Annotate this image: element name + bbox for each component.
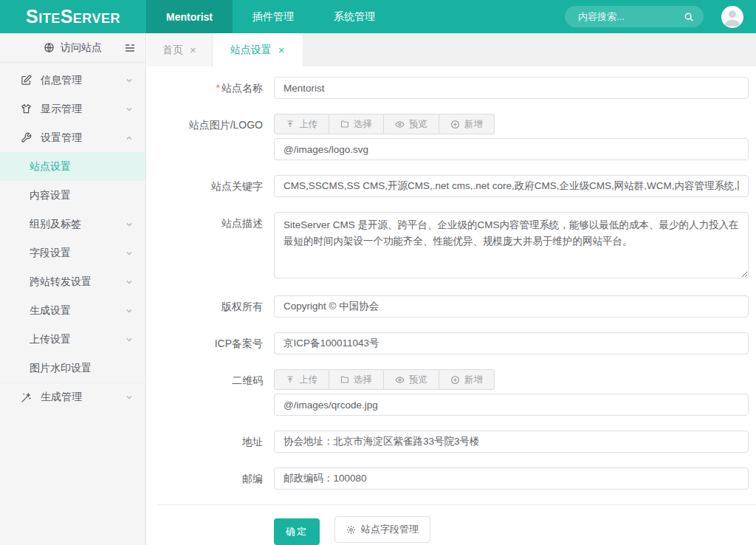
chevron-down-icon <box>125 278 134 287</box>
plus-circle-icon <box>450 375 460 385</box>
visit-site-button[interactable]: 访问站点 <box>0 33 145 63</box>
sidebar-item-label: 信息管理 <box>41 74 82 87</box>
upload-button[interactable]: 上传 <box>274 114 329 134</box>
sidebar-item-label: 站点设置 <box>30 160 71 174</box>
select-button[interactable]: 选择 <box>329 114 384 134</box>
chevron-down-icon <box>125 306 134 315</box>
chevron-down-icon <box>125 105 134 114</box>
gear-icon <box>346 525 356 535</box>
sidebar-item-label: 设置管理 <box>41 131 82 145</box>
address-input[interactable] <box>274 431 749 453</box>
close-icon[interactable]: × <box>190 44 196 55</box>
folder-icon <box>340 120 349 128</box>
description-textarea[interactable]: SiteServer CMS 是开源、跨平台、企业级的CMS内容管理系统，能够以… <box>274 212 749 278</box>
tab-label: 站点设置 <box>230 44 272 57</box>
chevron-down-icon <box>125 335 134 344</box>
site-fields-manage-button[interactable]: 站点字段管理 <box>334 516 430 543</box>
folder-icon <box>340 375 349 384</box>
sidebar-item-display-mgmt[interactable]: 显示管理 <box>0 95 145 123</box>
preview-button[interactable]: 预览 <box>384 114 439 134</box>
zipcode-label: 邮编 <box>147 467 274 490</box>
qrcode-upload-button-group: 上传 选择 预览 新增 <box>274 369 495 390</box>
icp-input[interactable] <box>274 332 749 354</box>
logo[interactable]: SiteServer <box>0 0 146 33</box>
edit-icon <box>21 75 32 86</box>
top-nav-item-system[interactable]: 系统管理 <box>314 0 395 33</box>
chevron-up-icon <box>125 134 134 143</box>
content-search <box>565 6 704 27</box>
chevron-down-icon <box>125 220 134 229</box>
form-row-keywords: 站点关键字 <box>147 175 749 197</box>
select-button[interactable]: 选择 <box>329 369 384 390</box>
sidebar-item-field-settings[interactable]: 字段设置 <box>0 239 145 267</box>
qrcode-path-input[interactable] <box>274 394 749 416</box>
sidebar-item-content-settings[interactable]: 内容设置 <box>0 181 145 210</box>
form-row-address: 地址 <box>147 431 749 453</box>
confirm-button[interactable]: 确定 <box>274 518 320 545</box>
wrench-icon <box>21 132 32 143</box>
form-footer: 确定 站点字段管理 <box>157 504 756 545</box>
sidebar-item-label: 上传设置 <box>30 333 71 346</box>
preview-button[interactable]: 预览 <box>384 369 439 390</box>
add-new-button[interactable]: 新增 <box>439 114 495 134</box>
sidebar-item-upload-settings[interactable]: 上传设置 <box>0 325 145 354</box>
form-row-site-logo: 站点图片/LOGO 上传 选择 预览 <box>147 114 749 160</box>
sidebar-item-crosssite-settings[interactable]: 跨站转发设置 <box>0 267 145 296</box>
site-name-label: *站点名称 <box>147 77 274 99</box>
sidebar-item-generate-settings[interactable]: 生成设置 <box>0 296 145 325</box>
top-nav-label: 插件管理 <box>252 10 294 24</box>
form-row-zipcode: 邮编 <box>147 467 749 490</box>
tab-label: 首页 <box>162 44 183 57</box>
sidebar-item-groups-tags[interactable]: 组别及标签 <box>0 210 145 239</box>
sidebar-item-site-settings[interactable]: 站点设置 <box>0 152 145 181</box>
search-input[interactable] <box>565 11 733 22</box>
site-name-input[interactable] <box>274 77 749 99</box>
copyright-label: 版权所有 <box>147 295 274 318</box>
chevron-down-icon <box>125 76 134 85</box>
tab-home[interactable]: 首页 × <box>147 33 213 66</box>
top-nav-label: Mentorist <box>166 11 213 23</box>
collapse-menu-icon[interactable] <box>124 42 136 54</box>
plus-circle-icon <box>450 120 460 129</box>
site-settings-form: *站点名称 站点图片/LOGO 上传 选择 <box>147 66 756 545</box>
form-row-icp: ICP备案号 <box>147 332 749 354</box>
sidebar-item-info-mgmt[interactable]: 信息管理 <box>0 66 145 95</box>
search-icon[interactable] <box>684 12 694 22</box>
topbar-right <box>565 0 756 33</box>
description-label: 站点描述 <box>147 212 274 281</box>
chevron-down-icon <box>125 249 134 258</box>
zipcode-input[interactable] <box>274 467 749 490</box>
eye-icon <box>395 120 405 129</box>
sidebar-item-label: 生成设置 <box>30 304 71 318</box>
sidebar-item-label: 组别及标签 <box>30 218 81 231</box>
main-content: 首页 × 站点设置 × *站点名称 站点图片/LOGO 上传 <box>147 33 756 545</box>
sidebar-item-generate-mgmt[interactable]: 生成管理 <box>0 383 145 411</box>
add-new-button[interactable]: 新增 <box>439 369 495 390</box>
required-asterisk: * <box>216 82 220 94</box>
top-nav: Mentorist 插件管理 系统管理 <box>146 0 395 33</box>
site-logo-path-input[interactable] <box>274 138 749 160</box>
topbar: SiteServer Mentorist 插件管理 系统管理 <box>0 0 756 33</box>
sidebar-item-watermark-settings[interactable]: 图片水印设置 <box>0 354 145 383</box>
keywords-label: 站点关键字 <box>147 175 274 197</box>
icp-label: ICP备案号 <box>147 332 274 354</box>
copyright-input[interactable] <box>274 295 749 318</box>
chevron-down-icon <box>125 393 134 402</box>
top-nav-label: 系统管理 <box>334 10 375 24</box>
sidebar-item-label: 跨站转发设置 <box>30 275 92 289</box>
upload-button[interactable]: 上传 <box>274 369 329 390</box>
tshirt-icon <box>21 103 32 114</box>
upload-icon <box>286 375 295 384</box>
sidebar-item-settings-mgmt[interactable]: 设置管理 <box>0 123 145 152</box>
visit-site-label: 访问站点 <box>61 41 102 55</box>
address-label: 地址 <box>147 431 274 453</box>
sidebar-item-label: 显示管理 <box>41 103 82 116</box>
tab-site-settings[interactable]: 站点设置 × <box>213 33 303 66</box>
siteserver-logo-text: SiteServer <box>26 7 120 26</box>
top-nav-item-site[interactable]: Mentorist <box>146 0 233 33</box>
keywords-input[interactable] <box>274 175 749 197</box>
top-nav-item-plugins[interactable]: 插件管理 <box>233 0 314 33</box>
form-row-site-name: *站点名称 <box>147 77 749 99</box>
close-icon[interactable]: × <box>278 44 285 55</box>
qrcode-label: 二维码 <box>147 369 274 416</box>
